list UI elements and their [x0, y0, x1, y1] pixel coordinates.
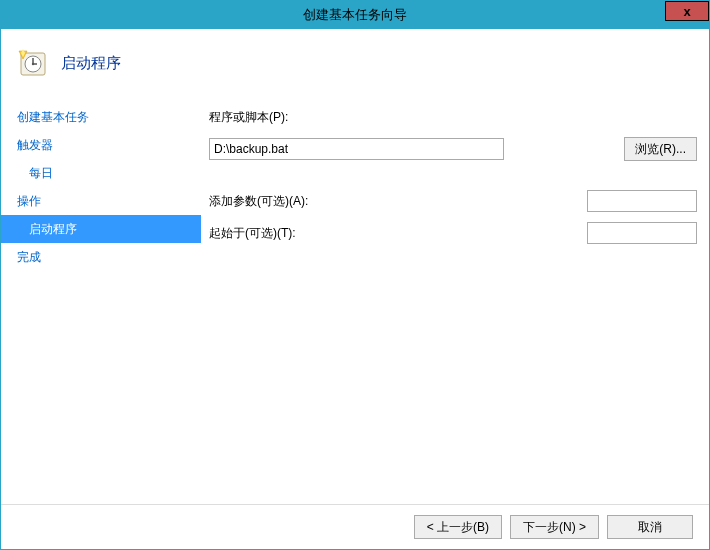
sidebar-item-start-program[interactable]: 启动程序	[1, 215, 201, 243]
wizard-window: 创建基本任务向导 x 启动程序 创建基本任务	[0, 0, 710, 550]
svg-point-4	[32, 63, 34, 65]
args-label: 添加参数(可选)(A):	[209, 193, 349, 210]
wizard-sidebar: 创建基本任务 触发器 每日 操作 启动程序 完成	[1, 103, 201, 504]
close-button[interactable]: x	[665, 1, 709, 21]
wizard-icon	[17, 47, 49, 79]
back-button[interactable]: < 上一步(B)	[414, 515, 502, 539]
page-title: 启动程序	[61, 54, 121, 73]
sidebar-item-finish[interactable]: 完成	[1, 243, 201, 271]
args-input[interactable]	[587, 190, 697, 212]
sidebar-item-daily[interactable]: 每日	[1, 159, 201, 187]
next-button[interactable]: 下一步(N) >	[510, 515, 599, 539]
body-section: 创建基本任务 触发器 每日 操作 启动程序 完成 程序或脚本(P): 浏览(R)…	[1, 103, 709, 504]
sidebar-item-action[interactable]: 操作	[1, 187, 201, 215]
startin-input[interactable]	[587, 222, 697, 244]
main-panel: 程序或脚本(P): 浏览(R)... 添加参数(可选)(A): 起始于(可选)(…	[201, 103, 709, 504]
startin-row: 起始于(可选)(T):	[209, 219, 697, 247]
sidebar-item-trigger[interactable]: 触发器	[1, 131, 201, 159]
startin-label: 起始于(可选)(T):	[209, 225, 349, 242]
browse-button[interactable]: 浏览(R)...	[624, 137, 697, 161]
content-area: 启动程序 创建基本任务 触发器 每日 操作 启动程序 完成 程序或脚本(P): …	[1, 29, 709, 549]
footer: < 上一步(B) 下一步(N) > 取消	[1, 504, 709, 549]
program-label-row: 程序或脚本(P):	[209, 103, 697, 131]
header-section: 启动程序	[1, 29, 709, 103]
args-row: 添加参数(可选)(A):	[209, 187, 697, 215]
window-title: 创建基本任务向导	[303, 6, 407, 24]
close-icon: x	[683, 4, 690, 19]
program-label: 程序或脚本(P):	[209, 109, 349, 126]
program-input[interactable]	[209, 138, 504, 160]
program-input-row: 浏览(R)...	[209, 135, 697, 163]
cancel-button[interactable]: 取消	[607, 515, 693, 539]
titlebar: 创建基本任务向导 x	[1, 1, 709, 29]
sidebar-item-create-task[interactable]: 创建基本任务	[1, 103, 201, 131]
